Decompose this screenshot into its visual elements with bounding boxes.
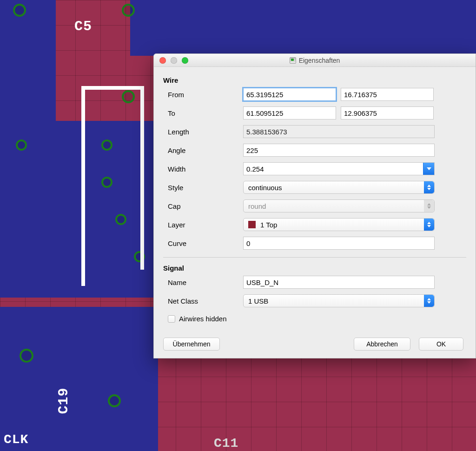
section-signal-title: Signal bbox=[163, 261, 476, 273]
section-wire-title: Wire bbox=[163, 73, 476, 85]
via bbox=[115, 214, 126, 225]
layer-value: 1 Top bbox=[260, 221, 277, 229]
properties-icon bbox=[290, 57, 296, 64]
updown-icon[interactable] bbox=[424, 181, 434, 193]
silk-outline bbox=[81, 86, 85, 286]
cancel-button-label: Abbrechen bbox=[366, 340, 398, 348]
ok-button-label: OK bbox=[436, 340, 446, 348]
label-style: Style bbox=[163, 184, 243, 192]
layer-popup[interactable]: 1 Top bbox=[243, 218, 435, 231]
minimize-icon[interactable] bbox=[171, 57, 177, 64]
airwires-hidden-label: Airwires hidden bbox=[179, 315, 227, 323]
label-width: Width bbox=[163, 165, 243, 173]
silk-text: C11 bbox=[214, 436, 238, 451]
to-y-input[interactable] bbox=[341, 106, 434, 119]
copper-plane bbox=[0, 307, 158, 451]
label-layer: Layer bbox=[163, 221, 243, 229]
window-controls bbox=[154, 57, 188, 64]
chevron-down-icon[interactable] bbox=[423, 163, 434, 175]
window-title-text: Eigenschaften bbox=[299, 57, 340, 64]
zoom-icon[interactable] bbox=[182, 57, 188, 64]
copper-plane bbox=[130, 0, 476, 56]
section-divider bbox=[163, 257, 466, 258]
label-length: Length bbox=[163, 128, 243, 136]
label-to: To bbox=[163, 109, 243, 117]
style-value: continuous bbox=[248, 184, 282, 192]
window-title: Eigenschaften bbox=[154, 57, 476, 64]
label-angle: Angle bbox=[163, 146, 243, 154]
silk-text: C5 bbox=[74, 19, 92, 34]
signal-name-input[interactable] bbox=[243, 276, 435, 289]
via bbox=[13, 4, 26, 17]
updown-icon[interactable] bbox=[424, 295, 434, 307]
via bbox=[101, 139, 112, 151]
silk-text: C19 bbox=[56, 387, 72, 414]
silk-text: CLK bbox=[4, 432, 28, 447]
label-name: Name bbox=[163, 279, 243, 286]
netclass-value: 1 USB bbox=[248, 297, 268, 305]
titlebar[interactable]: Eigenschaften bbox=[154, 54, 476, 67]
via bbox=[122, 90, 135, 103]
angle-input[interactable] bbox=[243, 144, 435, 157]
via bbox=[20, 349, 33, 363]
via bbox=[101, 177, 112, 188]
netclass-popup[interactable]: 1 USB bbox=[243, 294, 435, 307]
apply-button-label: Übernehmen bbox=[173, 340, 211, 348]
silk-outline bbox=[140, 86, 144, 270]
silk-outline bbox=[81, 86, 144, 90]
from-x-input[interactable] bbox=[243, 88, 336, 101]
to-x-input[interactable] bbox=[243, 106, 336, 119]
updown-icon[interactable] bbox=[424, 219, 434, 231]
copper-plane bbox=[0, 0, 56, 121]
from-y-input[interactable] bbox=[341, 88, 434, 101]
cap-popup: round bbox=[243, 199, 435, 212]
via bbox=[122, 4, 135, 17]
airwires-hidden-checkbox[interactable] bbox=[168, 315, 175, 323]
style-popup[interactable]: continuous bbox=[243, 181, 435, 194]
label-cap: Cap bbox=[163, 202, 243, 210]
close-icon[interactable] bbox=[159, 57, 166, 64]
cap-value: round bbox=[248, 202, 266, 210]
label-from: From bbox=[163, 91, 243, 99]
layer-color-swatch bbox=[248, 221, 256, 228]
curve-input[interactable] bbox=[243, 237, 435, 250]
width-value: 0.254 bbox=[246, 165, 264, 173]
via bbox=[108, 394, 121, 407]
label-curve: Curve bbox=[163, 239, 243, 247]
updown-icon bbox=[424, 200, 434, 212]
apply-button[interactable]: Übernehmen bbox=[163, 338, 220, 351]
via bbox=[16, 139, 27, 151]
properties-dialog: Eigenschaften Wire From To Length bbox=[153, 53, 476, 358]
ok-button[interactable]: OK bbox=[419, 338, 463, 351]
width-combo[interactable]: 0.254 bbox=[243, 162, 435, 175]
cancel-button[interactable]: Abbrechen bbox=[354, 338, 410, 351]
length-field bbox=[243, 125, 435, 138]
label-netclass: Net Class bbox=[163, 297, 243, 305]
